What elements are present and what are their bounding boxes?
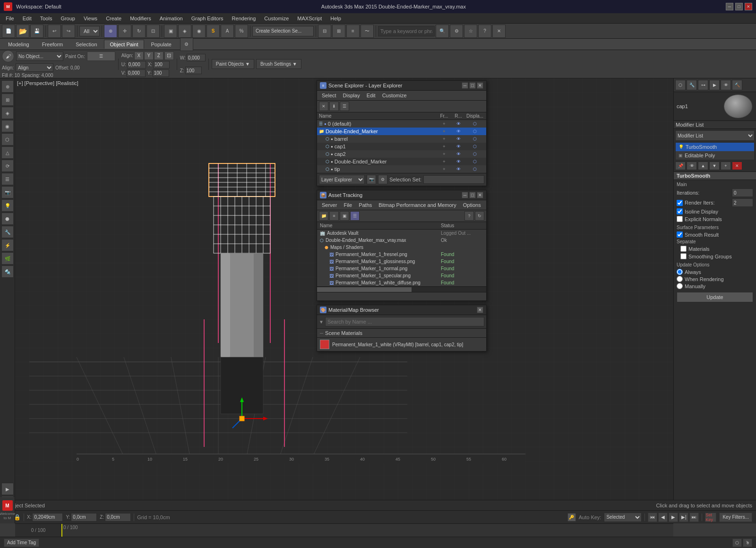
paint-on-selector[interactable]: ☰ (87, 51, 115, 61)
mod-ctrl-up[interactable]: ▲ (698, 162, 708, 170)
toolbar-undo[interactable]: ↩ (48, 25, 61, 38)
menu-animation[interactable]: Animation (156, 15, 187, 22)
asset-tb-2[interactable]: ≡ (329, 211, 339, 221)
tab-modeling[interactable]: Modeling (2, 40, 35, 49)
layer-row-barrel[interactable]: ⬡ ● barrel ✦ 👁 ⬡ (317, 135, 486, 143)
minimize-button[interactable]: ─ (726, 3, 733, 10)
set-key-btn[interactable]: Set Key (705, 513, 716, 522)
asset-scrollbar-h[interactable] (317, 286, 486, 292)
manually-radio[interactable] (677, 283, 683, 289)
y-coord-input[interactable] (71, 513, 97, 522)
toolbar-redo[interactable]: ↪ (62, 25, 75, 38)
menu-help[interactable]: Help (326, 15, 345, 22)
left-icon-6[interactable]: ⟳ (1, 160, 14, 172)
maximize-button[interactable]: □ (735, 3, 743, 10)
rp-icon-utility[interactable]: 🔨 (732, 80, 742, 90)
menu-group[interactable]: Group (57, 15, 79, 22)
toolbar-btn-5[interactable]: ▣ (164, 25, 177, 38)
key-icon[interactable]: 🔑 (567, 513, 576, 522)
toolbar-scale[interactable]: ⊡ (146, 25, 160, 38)
add-time-tag-btn[interactable]: Add Time Tag (4, 539, 39, 547)
layer-footer-icon2[interactable]: ⚙ (378, 175, 387, 184)
mod-ctrl-show[interactable]: 👁 (687, 162, 697, 170)
isoline-checkbox[interactable] (677, 208, 683, 214)
left-icon-7[interactable]: ☰ (1, 173, 14, 185)
asset-scrollbar-thumb[interactable] (317, 287, 412, 292)
search-input[interactable] (378, 26, 435, 36)
asset-tb-4[interactable]: ☰ (350, 211, 360, 221)
bottom-icon-1[interactable]: ⬡ (732, 539, 742, 547)
material-search-input[interactable] (325, 317, 484, 326)
search-button[interactable]: 🔍 (436, 25, 449, 38)
asset-row-diffuse[interactable]: 🖼 Permanent_Marker_1_white_diffuse.png F… (317, 279, 486, 286)
when-rendering-radio[interactable] (677, 276, 683, 282)
menu-rendering[interactable]: Rendering (228, 15, 260, 22)
toolbar-rotate[interactable]: ↻ (132, 25, 146, 38)
render-iters-input[interactable] (732, 198, 753, 207)
toolbar-open[interactable]: 📂 (16, 25, 29, 38)
asset-row-specular[interactable]: 🖼 Permanent_Marker_1_specular.png Found (317, 272, 486, 279)
layer-explorer-maximize[interactable]: □ (469, 82, 476, 89)
modifier-turbosmooth[interactable]: 💡 TurboSmooth (676, 143, 754, 151)
mod-ctrl-delete[interactable]: ✕ (732, 162, 742, 170)
layer-explorer-close[interactable]: ✕ (477, 82, 483, 89)
modifier-list-dropdown[interactable]: Modifier List (675, 130, 755, 141)
menu-tools[interactable]: Tools (36, 15, 56, 22)
goto-end-btn[interactable]: ⏭ (689, 513, 699, 522)
layer-footer-dropdown[interactable]: Layer Explorer (319, 175, 365, 184)
x-coord-input[interactable] (32, 513, 63, 522)
left-icon-9[interactable]: 💡 (1, 199, 14, 212)
asset-row-maps[interactable]: ⬣ Maps / Shaders (317, 244, 486, 251)
toolbar-close-x[interactable]: ✕ (492, 25, 506, 38)
prev-frame-btn[interactable]: ◀ (658, 513, 668, 522)
layer-explorer-titlebar[interactable]: ≡ Scene Explorer - Layer Explorer ─ □ ✕ (317, 81, 486, 91)
selected-dropdown[interactable]: Selected (604, 513, 642, 522)
left-icon-8[interactable]: 📷 (1, 186, 14, 198)
toolbar-snaps[interactable]: S (206, 25, 220, 38)
asset-tb-refresh[interactable]: ↻ (475, 211, 484, 221)
tab-selection[interactable]: Selection (69, 40, 103, 49)
menu-maxscript[interactable]: MAXScript (293, 15, 326, 22)
toolbar-save[interactable]: 💾 (30, 25, 43, 38)
align-icon-btn[interactable]: ⊡ (164, 51, 174, 60)
asset-tracking-close[interactable]: ✕ (477, 192, 483, 198)
align-dropdown[interactable]: Align (16, 63, 53, 72)
menu-views[interactable]: Views (80, 15, 101, 22)
goto-start-btn[interactable]: ⏮ (648, 513, 657, 522)
menu-modifiers[interactable]: Modifiers (126, 15, 155, 22)
asset-tracking-maximize[interactable]: □ (469, 192, 476, 198)
z-pos-input[interactable] (185, 67, 202, 74)
rp-icon-hierarchy[interactable]: ⊶ (698, 80, 708, 90)
materials-checkbox[interactable] (680, 246, 687, 252)
x-pos-input[interactable] (153, 61, 170, 68)
left-icon-11[interactable]: 🔧 (1, 226, 14, 238)
close-button[interactable]: ✕ (745, 3, 752, 10)
tab-object-paint[interactable]: Object Paint (104, 40, 145, 49)
left-icon-bottom-1[interactable]: ▶ (1, 483, 14, 495)
menu-customize[interactable]: Customize (260, 15, 292, 22)
update-button[interactable]: Update (677, 292, 753, 302)
toolbar-layer[interactable]: ≡ (346, 25, 360, 38)
key-filters-btn[interactable]: Key Filters... (719, 513, 752, 522)
asset-menu-file[interactable]: File (341, 201, 355, 209)
asset-menu-server[interactable]: Server (319, 201, 340, 209)
toolbar-settings[interactable]: ⚙ (450, 25, 463, 38)
tab-populate[interactable]: Populate (145, 40, 177, 49)
layer-tb-x[interactable]: ✕ (319, 102, 328, 111)
tab-freeform[interactable]: Freeform (36, 40, 69, 49)
modifier-editable-poly[interactable]: ▣ Editable Poly (676, 151, 754, 160)
asset-menu-paths[interactable]: Paths (356, 201, 375, 209)
layer-row-marker-child[interactable]: ⬡ ● Double-Ended_Marker ✦ 👁 ⬡ (317, 158, 486, 165)
layer-row-tip[interactable]: ⬡ ● tip ✦ 👁 ⬡ (317, 165, 486, 173)
mod-ctrl-down[interactable]: ▼ (709, 162, 720, 170)
bottom-icon-2[interactable]: 🖱 (743, 539, 752, 547)
no-object-dropdown[interactable]: No Object... (16, 51, 63, 61)
v-input[interactable] (127, 69, 146, 77)
explicit-normals-checkbox[interactable] (677, 216, 683, 222)
iterations-input[interactable] (732, 188, 753, 197)
left-icon-4[interactable]: ⬡ (1, 133, 14, 146)
left-icon-2[interactable]: ◈ (1, 107, 14, 119)
layer-menu-select[interactable]: Select (319, 92, 339, 99)
axis-y-btn[interactable]: Y (144, 51, 154, 60)
rp-icon-display[interactable]: 👁 (721, 80, 731, 90)
